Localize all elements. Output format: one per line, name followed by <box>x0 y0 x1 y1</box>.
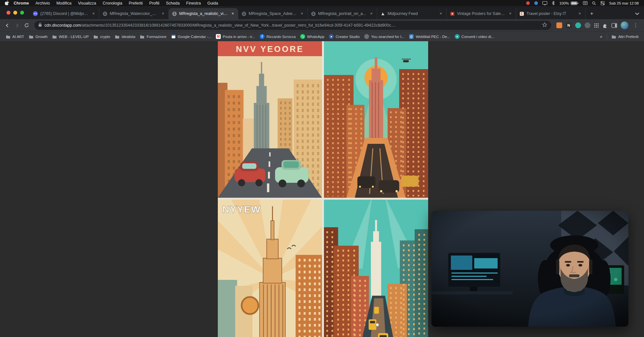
tab-label: MRregista_portrait_on_a... <box>318 11 366 16</box>
tab-etsy[interactable]: E Travel poster - Etsy IT × <box>516 8 586 19</box>
extension-icon-3[interactable] <box>585 22 590 28</box>
tab-label: (2765) Discord | @Midjou... <box>40 11 89 16</box>
bookmarks-divider <box>607 34 607 40</box>
globe-favicon <box>311 11 316 16</box>
bookmark-you-searched[interactable]: You searched for I... <box>362 33 407 40</box>
bookmark-idealista[interactable]: idealista <box>113 33 138 40</box>
extension-icon-1[interactable] <box>556 22 562 28</box>
tab-close-icon[interactable]: × <box>577 11 582 16</box>
toolbar: cdn.discordapp.com/attachments/101351233… <box>0 19 644 31</box>
image-grid: NVV YEOORE <box>218 41 428 337</box>
creator-studio-icon <box>329 34 334 39</box>
menubar-clock[interactable]: Sab 25 mar 12:08 <box>609 1 641 5</box>
address-bar[interactable]: cdn.discordapp.com/attachments/101351233… <box>34 21 551 30</box>
whatsapp-icon <box>300 34 305 39</box>
globe-favicon <box>102 11 107 16</box>
new-tab-button[interactable]: + <box>588 9 596 18</box>
svg-text:NYYEW: NYYEW <box>222 204 261 215</box>
bookmark-webmail-pec[interactable]: @ WebMail PEC - De... <box>407 33 452 40</box>
bluetooth-icon[interactable] <box>552 1 555 5</box>
keyboard-input-icon[interactable] <box>583 1 588 5</box>
window-minimize-button[interactable] <box>13 11 17 15</box>
tab-label: Travel poster - Etsy IT <box>526 11 575 16</box>
bookmark-web-level-up[interactable]: WEB - LEVEL-UP <box>50 33 91 40</box>
browser-window: (2765) Discord | @Midjou... × MRregista_… <box>0 6 644 337</box>
tab-groups-grid-icon[interactable] <box>594 23 599 28</box>
tab-close-icon[interactable]: × <box>160 11 166 16</box>
tab-close-icon[interactable]: × <box>438 11 443 16</box>
browser-menu-kebab-icon[interactable]: ⋮ <box>632 22 639 28</box>
extension-icon-2[interactable] <box>575 22 581 28</box>
bookmark-whatsapp[interactable]: WhatsApp <box>298 33 327 40</box>
display-icon[interactable] <box>542 1 547 5</box>
control-center-icon[interactable] <box>601 1 605 5</box>
url-host: cdn.discordapp.com <box>44 23 81 28</box>
window-close-button[interactable] <box>6 11 10 15</box>
bookmark-formazione[interactable]: Formazione <box>138 33 169 40</box>
extensions-area: N ⋮ <box>554 21 641 29</box>
tab-close-icon[interactable]: × <box>230 11 235 16</box>
tab-discord[interactable]: (2765) Discord | @Midjou... × <box>30 8 99 19</box>
battery-percent-label: 100% <box>559 1 569 5</box>
status-app-icon-blue[interactable] <box>534 1 538 5</box>
battery-indicator[interactable]: 100% <box>559 1 578 5</box>
menubar-item-guida[interactable]: Guida <box>204 1 221 6</box>
menubar-item-profili[interactable]: Profili <box>146 1 163 6</box>
tab-midjourney-feed[interactable]: Midjourney Feed × <box>377 8 447 19</box>
menubar-item-cronologia[interactable]: Cronologia <box>99 1 125 6</box>
content-area: NVV YEOORE <box>0 41 644 337</box>
tab-label: MRregista_Watercolor_Pa... <box>110 11 158 16</box>
menubar-item-scheda[interactable]: Scheda <box>163 1 183 6</box>
bookmark-gmail-inbox[interactable]: M Posta in arrivo - ri... <box>214 33 257 40</box>
other-bookmarks-button[interactable]: Altri Preferiti <box>609 33 641 40</box>
back-button[interactable] <box>3 21 12 30</box>
tab-close-icon[interactable]: × <box>508 11 513 16</box>
menubar-app-name[interactable]: Chrome <box>10 1 32 6</box>
tab-close-icon[interactable]: × <box>91 11 96 16</box>
tab-close-icon[interactable]: × <box>299 11 304 16</box>
menubar-item-preferiti[interactable]: Preferiti <box>126 1 146 6</box>
menubar-item-archivio[interactable]: Archivio <box>32 1 53 6</box>
tab-portrait[interactable]: MRregista_portrait_on_a... × <box>308 8 377 19</box>
bookmark-growth[interactable]: Growth <box>26 33 50 40</box>
site-lock-icon[interactable] <box>38 22 42 28</box>
video-converter-icon <box>455 34 460 39</box>
tab-watercolor[interactable]: MRregista_Watercolor_Pa... × <box>99 8 169 19</box>
menubar-item-finestra[interactable]: Finestra <box>183 1 204 6</box>
midjourney-sail-favicon <box>380 11 385 16</box>
url-path: /attachments/1013512335442333816/1089142… <box>81 23 396 28</box>
tab-search-chevron-icon[interactable] <box>635 11 639 17</box>
forward-button[interactable] <box>12 21 21 30</box>
bookmark-creator-studio[interactable]: Creator Studio <box>327 33 362 40</box>
generic-site-icon <box>364 34 369 39</box>
status-app-icon-red[interactable] <box>526 1 530 5</box>
vintage-posters-favicon <box>450 11 455 16</box>
profile-avatar[interactable] <box>621 21 628 29</box>
bookmark-crypto[interactable]: crypto <box>91 33 112 40</box>
tab-realistic-view-active[interactable]: MRregista_a_realistic_vie... × <box>169 8 238 19</box>
bookmark-converti-video[interactable]: Converti i video di... <box>452 33 497 40</box>
etsy-favicon: E <box>519 11 524 16</box>
svg-text:E: E <box>521 12 523 16</box>
menubar-item-visualizza[interactable]: Visualizza <box>75 1 99 6</box>
tab-close-icon[interactable]: × <box>369 11 374 16</box>
apple-menu-icon[interactable] <box>3 1 10 6</box>
tab-space-adventure[interactable]: MRregista_Space_Advent... × <box>238 8 308 19</box>
window-zoom-button[interactable] <box>20 11 24 15</box>
menubar-item-modifica[interactable]: Modifica <box>53 1 75 6</box>
generated-poster-bottom-right <box>324 200 428 337</box>
bookmark-star-icon[interactable] <box>542 22 547 29</box>
bookmark-ai-art[interactable]: AI ART <box>3 33 26 40</box>
extensions-puzzle-icon[interactable] <box>602 23 608 28</box>
spotlight-search-icon[interactable] <box>592 1 596 5</box>
bookmarks-overflow-chevron[interactable]: » <box>597 34 605 39</box>
extension-icon-notion[interactable]: N <box>566 22 572 28</box>
bookmark-facebook-profile[interactable]: f Riccardo Scrocca <box>257 33 298 40</box>
folder-icon <box>611 34 616 39</box>
bookmark-google-calendar[interactable]: Google Calendar -... <box>169 33 214 40</box>
url-text: cdn.discordapp.com/attachments/101351233… <box>44 23 539 28</box>
reload-button[interactable] <box>22 21 31 30</box>
tab-vintage-posters[interactable]: Vintage Posters for Sale |... × <box>447 8 516 19</box>
cursor <box>376 323 379 327</box>
side-panel-icon[interactable] <box>612 23 617 28</box>
